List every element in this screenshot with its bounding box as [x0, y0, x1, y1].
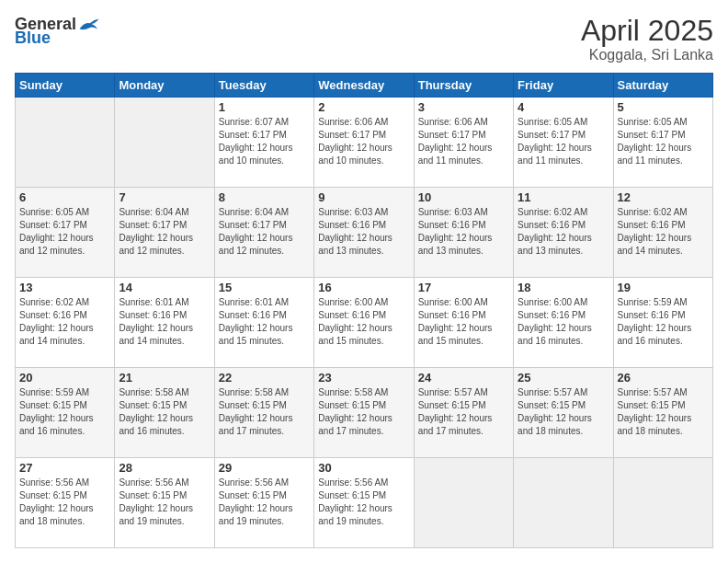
sunset-text: Sunset: 6:17 PM [518, 130, 586, 140]
table-row: 9Sunrise: 6:03 AMSunset: 6:16 PMDaylight… [314, 188, 414, 278]
daylight-text-2: and 15 minutes. [219, 336, 284, 346]
day-info: Sunrise: 5:57 AMSunset: 6:15 PMDaylight:… [518, 386, 609, 438]
day-info: Sunrise: 6:04 AMSunset: 6:17 PMDaylight:… [219, 206, 310, 258]
day-number: 29 [219, 461, 310, 475]
table-row: 3Sunrise: 6:06 AMSunset: 6:17 PMDaylight… [414, 98, 513, 188]
day-info: Sunrise: 6:07 AMSunset: 6:17 PMDaylight:… [219, 116, 310, 167]
day-info: Sunrise: 5:56 AMSunset: 6:15 PMDaylight:… [119, 477, 210, 528]
table-row: 2Sunrise: 6:06 AMSunset: 6:17 PMDaylight… [314, 98, 414, 188]
daylight-text: Daylight: 12 hours [318, 503, 392, 513]
sunrise-text: Sunrise: 5:56 AM [219, 477, 289, 488]
table-row: 14Sunrise: 6:01 AMSunset: 6:16 PMDayligh… [115, 278, 214, 368]
day-number: 13 [19, 281, 110, 294]
day-number: 14 [119, 281, 210, 294]
daylight-text-2: and 10 minutes. [219, 155, 284, 166]
day-info: Sunrise: 6:05 AMSunset: 6:17 PMDaylight:… [618, 116, 709, 167]
daylight-text: Daylight: 12 hours [418, 323, 493, 333]
day-number: 1 [219, 100, 310, 114]
day-number: 25 [518, 371, 609, 385]
sunrise-text: Sunrise: 6:05 AM [518, 117, 587, 127]
day-number: 10 [418, 190, 509, 204]
sunset-text: Sunset: 6:16 PM [418, 310, 486, 320]
daylight-text-2: and 19 minutes. [318, 516, 383, 526]
day-number: 5 [618, 100, 709, 114]
sunrise-text: Sunrise: 5:56 AM [19, 477, 89, 488]
table-row: 5Sunrise: 6:05 AMSunset: 6:17 PMDaylight… [613, 98, 712, 188]
daylight-text: Daylight: 12 hours [518, 233, 592, 243]
sunset-text: Sunset: 6:16 PM [219, 310, 287, 320]
table-row: 6Sunrise: 6:05 AMSunset: 6:17 PMDaylight… [16, 188, 115, 278]
header: General Blue April 2025 Koggala, Sri Lan… [15, 15, 713, 63]
table-row [16, 98, 115, 188]
sunset-text: Sunset: 6:15 PM [19, 490, 87, 500]
daylight-text: Daylight: 12 hours [19, 413, 94, 423]
table-row: 24Sunrise: 5:57 AMSunset: 6:15 PMDayligh… [414, 368, 513, 458]
sunset-text: Sunset: 6:16 PM [618, 310, 686, 320]
sunrise-text: Sunrise: 5:59 AM [618, 297, 688, 307]
subtitle: Koggala, Sri Lanka [581, 47, 713, 63]
daylight-text-2: and 14 minutes. [19, 336, 85, 346]
daylight-text: Daylight: 12 hours [318, 233, 392, 243]
daylight-text-2: and 18 minutes. [618, 426, 683, 436]
col-sunday: Sunday [16, 74, 115, 98]
sunrise-text: Sunrise: 5:56 AM [318, 477, 388, 488]
daylight-text: Daylight: 12 hours [418, 233, 493, 243]
col-tuesday: Tuesday [214, 74, 313, 98]
calendar-week-row: 13Sunrise: 6:02 AMSunset: 6:16 PMDayligh… [16, 278, 713, 368]
daylight-text: Daylight: 12 hours [318, 143, 392, 153]
sunset-text: Sunset: 6:17 PM [19, 220, 87, 230]
daylight-text: Daylight: 12 hours [219, 233, 293, 243]
day-number: 20 [19, 371, 110, 385]
sunrise-text: Sunrise: 6:00 AM [418, 297, 488, 307]
day-number: 9 [318, 190, 409, 204]
day-info: Sunrise: 6:02 AMSunset: 6:16 PMDaylight:… [618, 206, 709, 258]
logo: General Blue [15, 15, 100, 46]
sunset-text: Sunset: 6:16 PM [618, 220, 686, 230]
day-info: Sunrise: 5:56 AMSunset: 6:15 PMDaylight:… [19, 477, 110, 528]
daylight-text: Daylight: 12 hours [119, 323, 193, 333]
day-info: Sunrise: 5:58 AMSunset: 6:15 PMDaylight:… [318, 386, 409, 438]
table-row: 16Sunrise: 6:00 AMSunset: 6:16 PMDayligh… [314, 278, 414, 368]
day-info: Sunrise: 6:03 AMSunset: 6:16 PMDaylight:… [418, 206, 509, 258]
daylight-text-2: and 17 minutes. [418, 426, 483, 436]
day-number: 23 [318, 371, 409, 385]
day-number: 6 [19, 190, 110, 204]
sunrise-text: Sunrise: 6:02 AM [618, 207, 688, 217]
col-saturday: Saturday [613, 74, 712, 98]
sunset-text: Sunset: 6:16 PM [19, 310, 87, 320]
daylight-text-2: and 18 minutes. [518, 426, 583, 436]
sunrise-text: Sunrise: 5:59 AM [19, 387, 89, 397]
daylight-text: Daylight: 12 hours [219, 323, 293, 333]
daylight-text: Daylight: 12 hours [219, 413, 293, 423]
day-number: 16 [318, 281, 409, 294]
calendar-header-row: Sunday Monday Tuesday Wednesday Thursday… [16, 74, 713, 98]
table-row: 20Sunrise: 5:59 AMSunset: 6:15 PMDayligh… [16, 368, 115, 458]
calendar-week-row: 20Sunrise: 5:59 AMSunset: 6:15 PMDayligh… [16, 368, 713, 458]
daylight-text: Daylight: 12 hours [119, 233, 193, 243]
day-number: 18 [518, 281, 609, 294]
table-row: 1Sunrise: 6:07 AMSunset: 6:17 PMDaylight… [214, 98, 313, 188]
table-row: 11Sunrise: 6:02 AMSunset: 6:16 PMDayligh… [514, 188, 613, 278]
sunrise-text: Sunrise: 6:00 AM [518, 297, 587, 307]
table-row: 13Sunrise: 6:02 AMSunset: 6:16 PMDayligh… [16, 278, 115, 368]
day-info: Sunrise: 6:02 AMSunset: 6:16 PMDaylight:… [19, 296, 110, 348]
col-friday: Friday [514, 74, 613, 98]
sunset-text: Sunset: 6:16 PM [418, 220, 486, 230]
sunset-text: Sunset: 6:15 PM [418, 400, 486, 410]
day-info: Sunrise: 5:57 AMSunset: 6:15 PMDaylight:… [418, 386, 509, 438]
daylight-text: Daylight: 12 hours [618, 413, 692, 423]
day-number: 24 [418, 371, 509, 385]
daylight-text-2: and 13 minutes. [418, 246, 483, 256]
day-info: Sunrise: 5:59 AMSunset: 6:16 PMDaylight:… [618, 296, 709, 348]
sunset-text: Sunset: 6:15 PM [318, 400, 386, 410]
table-row: 15Sunrise: 6:01 AMSunset: 6:16 PMDayligh… [214, 278, 313, 368]
daylight-text-2: and 14 minutes. [119, 336, 184, 346]
calendar-table: Sunday Monday Tuesday Wednesday Thursday… [15, 73, 713, 548]
table-row: 12Sunrise: 6:02 AMSunset: 6:16 PMDayligh… [613, 188, 712, 278]
daylight-text: Daylight: 12 hours [119, 413, 193, 423]
day-number: 19 [618, 281, 709, 294]
daylight-text-2: and 15 minutes. [418, 336, 483, 346]
sunset-text: Sunset: 6:17 PM [318, 130, 386, 140]
sunset-text: Sunset: 6:15 PM [219, 400, 287, 410]
daylight-text: Daylight: 12 hours [418, 413, 493, 423]
